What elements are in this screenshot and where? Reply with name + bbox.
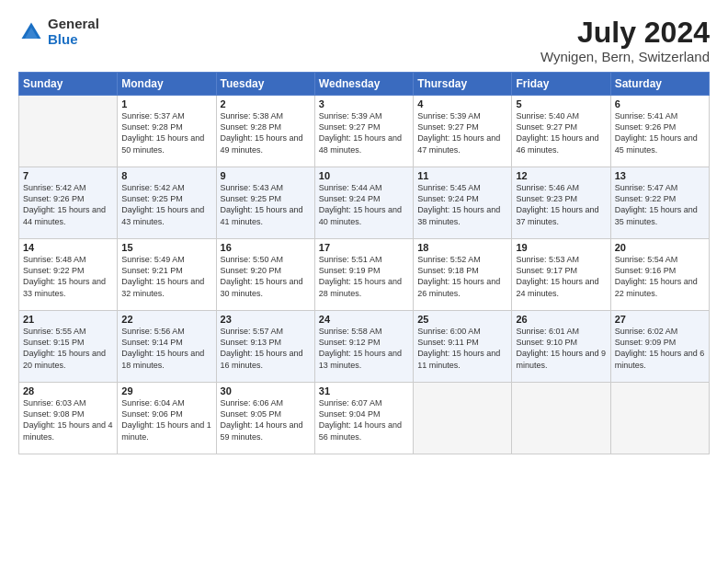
col-tuesday: Tuesday bbox=[216, 73, 314, 96]
calendar-day-cell: 2 Sunrise: 5:38 AMSunset: 9:28 PMDayligh… bbox=[216, 96, 314, 167]
day-number: 6 bbox=[615, 98, 705, 109]
day-number: 30 bbox=[221, 385, 311, 396]
logo-icon bbox=[18, 19, 44, 45]
day-info: Sunrise: 5:37 AMSunset: 9:28 PMDaylight:… bbox=[121, 111, 204, 154]
day-info: Sunrise: 5:55 AMSunset: 9:15 PMDaylight:… bbox=[23, 327, 106, 369]
col-saturday: Saturday bbox=[610, 73, 709, 96]
calendar-day-cell bbox=[512, 383, 610, 454]
day-number: 14 bbox=[23, 242, 113, 253]
calendar-day-cell: 8 Sunrise: 5:42 AMSunset: 9:25 PMDayligh… bbox=[118, 167, 216, 239]
day-number: 19 bbox=[516, 242, 606, 253]
day-info: Sunrise: 5:47 AMSunset: 9:22 PMDaylight:… bbox=[615, 183, 698, 225]
day-info: Sunrise: 5:39 AMSunset: 9:27 PMDaylight:… bbox=[417, 111, 500, 154]
day-info: Sunrise: 6:01 AMSunset: 9:10 PMDaylight:… bbox=[516, 327, 606, 369]
calendar-week-row: 7 Sunrise: 5:42 AMSunset: 9:26 PMDayligh… bbox=[19, 167, 710, 239]
col-friday: Friday bbox=[512, 73, 610, 96]
day-info: Sunrise: 5:40 AMSunset: 9:27 PMDaylight:… bbox=[516, 111, 598, 154]
col-monday: Monday bbox=[118, 73, 216, 96]
calendar-header-row: Sunday Monday Tuesday Wednesday Thursday… bbox=[19, 73, 710, 96]
day-info: Sunrise: 6:00 AMSunset: 9:11 PMDaylight:… bbox=[417, 327, 500, 369]
calendar-title: July 2024 bbox=[540, 17, 710, 49]
calendar-day-cell: 15 Sunrise: 5:49 AMSunset: 9:21 PMDaylig… bbox=[118, 239, 216, 311]
day-number: 2 bbox=[221, 98, 311, 109]
calendar-day-cell: 23 Sunrise: 5:57 AMSunset: 9:13 PMDaylig… bbox=[216, 311, 314, 383]
calendar-day-cell: 22 Sunrise: 5:56 AMSunset: 9:14 PMDaylig… bbox=[118, 311, 216, 383]
day-number: 24 bbox=[319, 314, 409, 325]
calendar-day-cell: 19 Sunrise: 5:53 AMSunset: 9:17 PMDaylig… bbox=[512, 239, 610, 311]
day-info: Sunrise: 5:51 AMSunset: 9:19 PMDaylight:… bbox=[319, 255, 402, 297]
day-info: Sunrise: 5:53 AMSunset: 9:17 PMDaylight:… bbox=[516, 255, 598, 297]
day-info: Sunrise: 5:41 AMSunset: 9:26 PMDaylight:… bbox=[615, 111, 698, 154]
day-number: 31 bbox=[319, 385, 409, 396]
calendar-day-cell: 18 Sunrise: 5:52 AMSunset: 9:18 PMDaylig… bbox=[414, 239, 512, 311]
day-info: Sunrise: 5:54 AMSunset: 9:16 PMDaylight:… bbox=[615, 255, 698, 297]
calendar-day-cell: 7 Sunrise: 5:42 AMSunset: 9:26 PMDayligh… bbox=[19, 167, 118, 239]
day-info: Sunrise: 5:57 AMSunset: 9:13 PMDaylight:… bbox=[221, 327, 303, 369]
day-number: 23 bbox=[221, 314, 311, 325]
day-number: 16 bbox=[221, 242, 311, 253]
calendar-day-cell: 30 Sunrise: 6:06 AMSunset: 9:05 PMDaylig… bbox=[216, 383, 314, 454]
day-number: 20 bbox=[615, 242, 705, 253]
day-info: Sunrise: 5:56 AMSunset: 9:14 PMDaylight:… bbox=[121, 327, 204, 369]
calendar-day-cell: 29 Sunrise: 6:04 AMSunset: 9:06 PMDaylig… bbox=[118, 383, 216, 454]
day-number: 4 bbox=[417, 98, 507, 109]
calendar-subtitle: Wynigen, Bern, Switzerland bbox=[540, 49, 710, 64]
calendar-day-cell: 12 Sunrise: 5:46 AMSunset: 9:23 PMDaylig… bbox=[512, 167, 610, 239]
calendar-day-cell: 3 Sunrise: 5:39 AMSunset: 9:27 PMDayligh… bbox=[314, 96, 413, 167]
day-info: Sunrise: 5:50 AMSunset: 9:20 PMDaylight:… bbox=[221, 255, 303, 297]
day-info: Sunrise: 6:04 AMSunset: 9:06 PMDaylight:… bbox=[121, 398, 211, 441]
calendar-day-cell: 20 Sunrise: 5:54 AMSunset: 9:16 PMDaylig… bbox=[610, 239, 709, 311]
logo-general-text: General bbox=[48, 16, 99, 31]
day-number: 22 bbox=[121, 314, 211, 325]
day-info: Sunrise: 5:58 AMSunset: 9:12 PMDaylight:… bbox=[319, 327, 402, 369]
day-info: Sunrise: 5:43 AMSunset: 9:25 PMDaylight:… bbox=[221, 183, 303, 225]
day-info: Sunrise: 6:03 AMSunset: 9:08 PMDaylight:… bbox=[23, 398, 113, 441]
logo-blue-text: Blue bbox=[48, 31, 78, 47]
calendar-day-cell: 9 Sunrise: 5:43 AMSunset: 9:25 PMDayligh… bbox=[216, 167, 314, 239]
col-wednesday: Wednesday bbox=[314, 73, 413, 96]
calendar-day-cell: 16 Sunrise: 5:50 AMSunset: 9:20 PMDaylig… bbox=[216, 239, 314, 311]
calendar-day-cell bbox=[610, 383, 709, 454]
calendar-day-cell: 4 Sunrise: 5:39 AMSunset: 9:27 PMDayligh… bbox=[414, 96, 512, 167]
day-info: Sunrise: 5:38 AMSunset: 9:28 PMDaylight:… bbox=[221, 111, 303, 154]
col-thursday: Thursday bbox=[414, 73, 512, 96]
calendar-day-cell: 1 Sunrise: 5:37 AMSunset: 9:28 PMDayligh… bbox=[118, 96, 216, 167]
day-info: Sunrise: 5:45 AMSunset: 9:24 PMDaylight:… bbox=[417, 183, 500, 225]
day-number: 9 bbox=[221, 170, 311, 181]
calendar-day-cell: 24 Sunrise: 5:58 AMSunset: 9:12 PMDaylig… bbox=[314, 311, 413, 383]
calendar-day-cell: 28 Sunrise: 6:03 AMSunset: 9:08 PMDaylig… bbox=[19, 383, 118, 454]
day-number: 26 bbox=[516, 314, 606, 325]
day-number: 28 bbox=[23, 385, 113, 396]
day-info: Sunrise: 5:49 AMSunset: 9:21 PMDaylight:… bbox=[121, 255, 204, 297]
calendar-day-cell bbox=[414, 383, 512, 454]
col-sunday: Sunday bbox=[19, 73, 118, 96]
day-number: 5 bbox=[516, 98, 606, 109]
title-block: July 2024 Wynigen, Bern, Switzerland bbox=[540, 17, 710, 64]
calendar-day-cell: 21 Sunrise: 5:55 AMSunset: 9:15 PMDaylig… bbox=[19, 311, 118, 383]
day-info: Sunrise: 5:42 AMSunset: 9:25 PMDaylight:… bbox=[121, 183, 204, 225]
day-number: 1 bbox=[121, 98, 211, 109]
calendar-week-row: 1 Sunrise: 5:37 AMSunset: 9:28 PMDayligh… bbox=[19, 96, 710, 167]
day-number: 21 bbox=[23, 314, 113, 325]
day-info: Sunrise: 5:44 AMSunset: 9:24 PMDaylight:… bbox=[319, 183, 402, 225]
day-info: Sunrise: 5:52 AMSunset: 9:18 PMDaylight:… bbox=[417, 255, 500, 297]
calendar-day-cell: 6 Sunrise: 5:41 AMSunset: 9:26 PMDayligh… bbox=[610, 96, 709, 167]
day-info: Sunrise: 5:48 AMSunset: 9:22 PMDaylight:… bbox=[23, 255, 106, 297]
day-info: Sunrise: 6:07 AMSunset: 9:04 PMDaylight:… bbox=[319, 398, 402, 441]
calendar-day-cell: 5 Sunrise: 5:40 AMSunset: 9:27 PMDayligh… bbox=[512, 96, 610, 167]
calendar-day-cell: 27 Sunrise: 6:02 AMSunset: 9:09 PMDaylig… bbox=[610, 311, 709, 383]
logo: General Blue bbox=[18, 17, 99, 47]
calendar-day-cell bbox=[19, 96, 118, 167]
day-info: Sunrise: 5:42 AMSunset: 9:26 PMDaylight:… bbox=[23, 183, 106, 225]
day-number: 13 bbox=[615, 170, 705, 181]
calendar-day-cell: 25 Sunrise: 6:00 AMSunset: 9:11 PMDaylig… bbox=[414, 311, 512, 383]
day-info: Sunrise: 6:02 AMSunset: 9:09 PMDaylight:… bbox=[615, 327, 705, 369]
day-number: 27 bbox=[615, 314, 705, 325]
day-number: 11 bbox=[417, 170, 507, 181]
day-number: 7 bbox=[23, 170, 113, 181]
day-number: 25 bbox=[417, 314, 507, 325]
day-number: 3 bbox=[319, 98, 409, 109]
calendar-day-cell: 11 Sunrise: 5:45 AMSunset: 9:24 PMDaylig… bbox=[414, 167, 512, 239]
calendar-table: Sunday Monday Tuesday Wednesday Thursday… bbox=[18, 72, 710, 454]
day-info: Sunrise: 5:46 AMSunset: 9:23 PMDaylight:… bbox=[516, 183, 598, 225]
